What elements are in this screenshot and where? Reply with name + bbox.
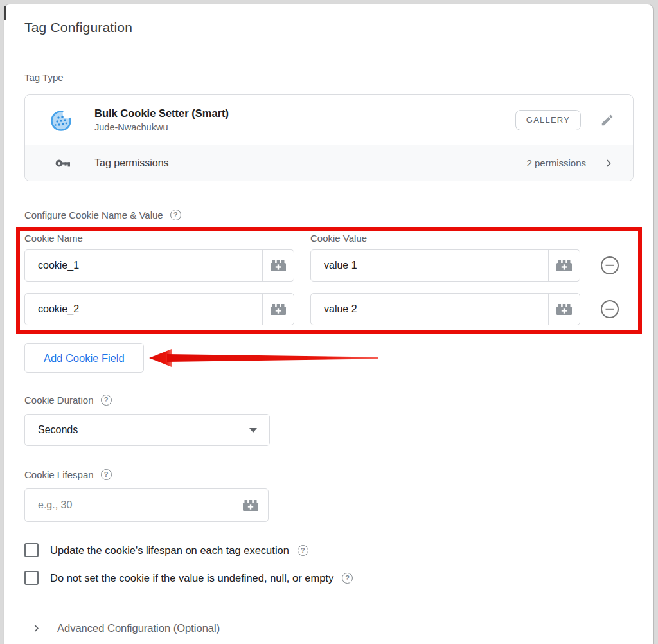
page-title: Tag Configuration (24, 20, 132, 35)
cookie-name-field-2 (24, 293, 294, 325)
skip-empty-value-label: Do not set the cookie if the value is un… (50, 572, 333, 584)
update-lifespan-checkbox[interactable] (24, 543, 39, 557)
remove-row-button[interactable] (601, 300, 619, 318)
variable-picker-icon[interactable] (262, 250, 294, 281)
permissions-count: 2 permissions (526, 157, 586, 168)
help-icon[interactable] (298, 545, 308, 556)
variable-picker-icon[interactable] (233, 489, 268, 521)
cookie-value-input-2[interactable] (311, 294, 548, 325)
cookie-name-column-label: Cookie Name (24, 233, 310, 244)
annotation-red-box: Cookie Name Cookie Value (16, 227, 642, 334)
advanced-configuration-label: Advanced Configuration (Optional) (57, 622, 220, 634)
remove-row-button[interactable] (601, 256, 619, 274)
selected-duration: Seconds (38, 424, 78, 436)
cursor-artifact (4, 6, 6, 20)
cookie-lifespan-field (24, 488, 269, 522)
chevron-right-icon (603, 158, 614, 168)
tag-type-row[interactable]: Bulk Cookie Setter (Smart) Jude-Nwachukw… (25, 95, 633, 145)
update-lifespan-label: Update the cookie's lifespan on each tag… (50, 544, 289, 557)
tag-permissions-row[interactable]: Tag permissions 2 permissions (25, 145, 633, 181)
tag-type-card: Bulk Cookie Setter (Smart) Jude-Nwachukw… (24, 94, 634, 181)
cookie-lifespan-label: Cookie Lifespan (24, 469, 94, 480)
tag-permissions-label: Tag permissions (94, 157, 169, 169)
tag-configuration-panel: Tag Configuration Tag Type (4, 4, 653, 644)
cookie-duration-label: Cookie Duration (24, 395, 94, 406)
configure-cookie-section-label: Configure Cookie Name & Value (24, 210, 163, 220)
cookie-name-field-1 (24, 249, 294, 282)
advanced-configuration-toggle[interactable]: Advanced Configuration (Optional) (24, 602, 634, 644)
variable-picker-icon[interactable] (548, 250, 580, 281)
cookie-value-field-2 (310, 293, 580, 325)
cookie-value-input-1[interactable] (311, 250, 548, 281)
variable-picker-icon[interactable] (548, 294, 580, 325)
gallery-button[interactable]: GALLERY (515, 110, 581, 130)
cookie-field-row (24, 293, 634, 325)
key-icon (55, 159, 72, 168)
help-icon[interactable] (342, 573, 353, 584)
help-icon[interactable] (101, 395, 112, 406)
cookie-name-input-1[interactable] (25, 250, 262, 281)
edit-pencil-icon[interactable] (600, 113, 614, 127)
cookie-field-row (24, 249, 634, 282)
cookie-value-field-1 (310, 249, 580, 282)
panel-header: Tag Configuration (4, 4, 653, 51)
chevron-right-icon (31, 623, 41, 633)
add-cookie-field-button[interactable]: Add Cookie Field (24, 343, 144, 373)
help-icon[interactable] (170, 210, 181, 220)
cookie-value-column-label: Cookie Value (310, 233, 367, 244)
cookie-lifespan-input[interactable] (25, 489, 233, 521)
help-icon[interactable] (101, 469, 112, 480)
cookie-name-input-2[interactable] (25, 294, 262, 325)
variable-picker-icon[interactable] (262, 294, 294, 325)
skip-empty-value-checkbox[interactable] (24, 571, 39, 585)
dropdown-caret-icon (249, 428, 257, 436)
tag-type-label: Tag Type (24, 72, 634, 83)
annotation-arrow (149, 345, 380, 371)
cookie-duration-select[interactable]: Seconds (24, 414, 270, 446)
tag-template-author: Jude-Nwachukwu (94, 122, 229, 132)
tag-template-name: Bulk Cookie Setter (Smart) (94, 107, 229, 120)
cookie-template-icon (49, 107, 75, 133)
